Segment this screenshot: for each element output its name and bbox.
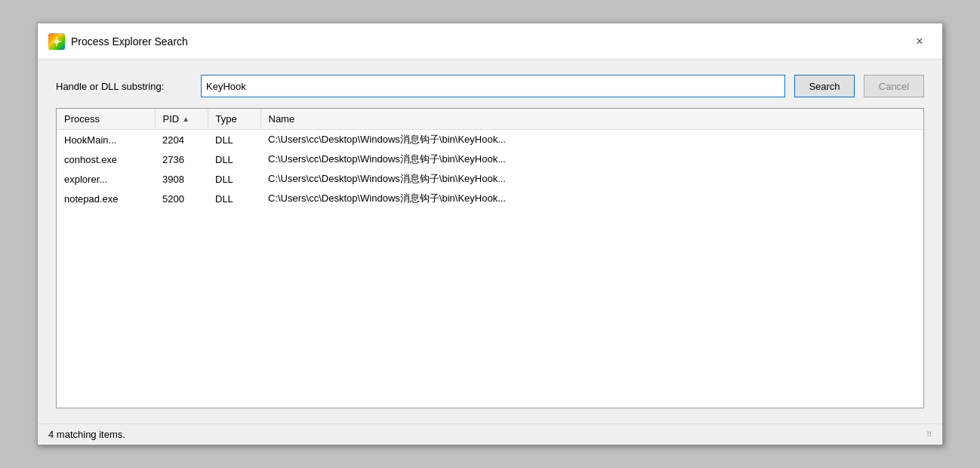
cell-process: notepad.exe (57, 189, 155, 208)
table-body: HookMain...2204DLLC:\Users\cc\Desktop\Wi… (57, 130, 923, 209)
col-header-process[interactable]: Process (57, 109, 155, 130)
pid-sort-icon: ▲ (182, 115, 190, 123)
title-bar: Process Explorer Search × (38, 23, 942, 60)
table-row[interactable]: conhost.exe2736DLLC:\Users\cc\Desktop\Wi… (57, 149, 923, 169)
results-container: Process PID ▲ Type Name (56, 108, 924, 408)
cell-type: DLL (208, 149, 260, 169)
cell-pid: 2204 (155, 130, 208, 150)
cell-process: HookMain... (57, 130, 155, 150)
search-input[interactable] (201, 75, 785, 97)
search-row: Handle or DLL substring: Search Cancel (56, 75, 924, 97)
cell-name: C:\Users\cc\Desktop\Windows消息钩子\bin\KeyH… (260, 149, 923, 169)
status-bar: 4 matching items. ⠿ (38, 423, 942, 445)
col-header-type[interactable]: Type (208, 109, 260, 130)
svg-rect-4 (60, 41, 62, 42)
cell-pid: 3908 (155, 169, 208, 189)
svg-rect-1 (56, 37, 57, 39)
svg-rect-3 (52, 41, 54, 42)
col-header-pid[interactable]: PID ▲ (155, 109, 208, 130)
search-button[interactable]: Search (794, 75, 855, 97)
dialog-title: Process Explorer Search (71, 35, 188, 48)
svg-rect-2 (56, 44, 57, 46)
table-row[interactable]: notepad.exe5200DLLC:\Users\cc\Desktop\Wi… (57, 189, 923, 208)
cancel-button[interactable]: Cancel (864, 75, 924, 97)
cell-type: DLL (208, 130, 260, 150)
cell-type: DLL (208, 169, 260, 189)
search-label: Handle or DLL substring: (56, 81, 192, 92)
cell-type: DLL (208, 189, 260, 208)
cell-pid: 2736 (155, 149, 208, 169)
cell-name: C:\Users\cc\Desktop\Windows消息钩子\bin\KeyH… (260, 130, 923, 150)
cell-name: C:\Users\cc\Desktop\Windows消息钩子\bin\KeyH… (260, 189, 923, 208)
status-text: 4 matching items. (48, 429, 125, 440)
dialog-body: Handle or DLL substring: Search Cancel P… (38, 60, 942, 423)
cell-pid: 5200 (155, 189, 208, 208)
app-icon (48, 33, 65, 50)
col-header-name[interactable]: Name (260, 109, 923, 130)
results-table: Process PID ▲ Type Name (57, 109, 923, 208)
table-row[interactable]: explorer...3908DLLC:\Users\cc\Desktop\Wi… (57, 169, 923, 189)
cell-process: conhost.exe (57, 149, 155, 169)
app-icon-svg (51, 36, 62, 47)
resize-grip: ⠿ (926, 430, 932, 439)
header-row: Process PID ▲ Type Name (57, 109, 923, 130)
table-row[interactable]: HookMain...2204DLLC:\Users\cc\Desktop\Wi… (57, 130, 923, 150)
svg-point-0 (54, 39, 59, 44)
close-button[interactable]: × (908, 29, 932, 54)
process-explorer-search-dialog: Process Explorer Search × Handle or DLL … (37, 23, 943, 445)
table-header: Process PID ▲ Type Name (57, 109, 923, 130)
cell-process: explorer... (57, 169, 155, 189)
title-bar-left: Process Explorer Search (48, 33, 188, 50)
cell-name: C:\Users\cc\Desktop\Windows消息钩子\bin\KeyH… (260, 169, 923, 189)
